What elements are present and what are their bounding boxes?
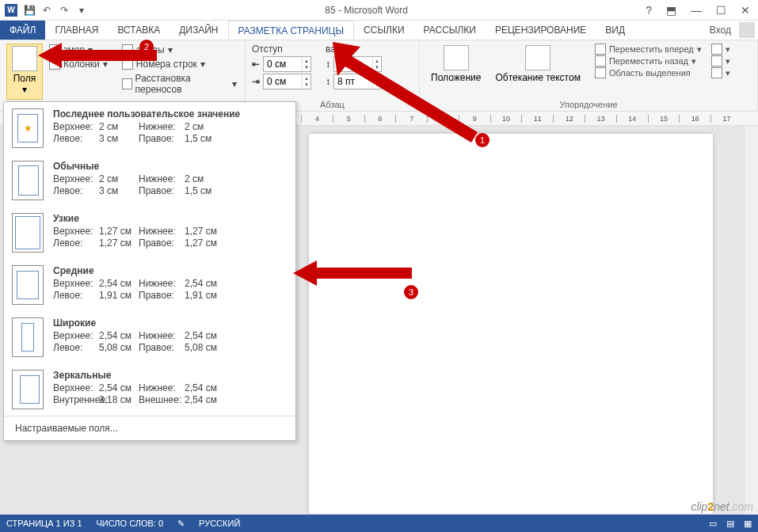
ruler-tick: 4 (301, 115, 333, 123)
help-icon[interactable]: ? (646, 4, 652, 17)
margins-preset-title: Узкие (53, 213, 288, 224)
send-backward-icon (595, 55, 606, 66)
margins-preset-item[interactable]: УзкиеВерхнее:1,27 смНижнее:1,27 смЛевое:… (4, 207, 295, 259)
annotation-arrow-3 (293, 257, 412, 289)
signin-link[interactable]: Вход (705, 21, 736, 40)
margins-preset-thumb (12, 161, 44, 200)
svg-marker-2 (293, 260, 412, 286)
rotate-icon (711, 67, 722, 78)
tab-references[interactable]: ССЫЛКИ (354, 21, 413, 40)
save-icon[interactable]: 💾 (24, 5, 35, 16)
ruler-tick: 17 (710, 115, 742, 123)
margins-preset-item[interactable]: СредниеВерхнее:2,54 смНижнее:2,54 смЛево… (4, 259, 295, 311)
redo-icon[interactable]: ↷ (59, 5, 70, 16)
align-icon (711, 44, 722, 55)
tab-page-layout[interactable]: РАЗМЕТКА СТРАНИЦЫ (228, 21, 355, 40)
margins-preset-thumb (12, 370, 44, 409)
tab-view[interactable]: ВИД (596, 21, 634, 40)
indent-header: Отступ (252, 44, 311, 55)
chevron-down-icon: ▾ (22, 84, 27, 95)
qat-more-icon[interactable]: ▾ (76, 5, 87, 16)
margins-preset-item[interactable]: ЗеркальныеВерхнее:2,54 смНижнее:2,54 смВ… (4, 363, 295, 416)
undo-icon[interactable]: ↶ (41, 5, 52, 16)
margins-icon (12, 46, 37, 71)
rotate-button[interactable]: ▾ (711, 67, 730, 78)
status-word-count[interactable]: ЧИСЛО СЛОВ: 0 (97, 519, 164, 528)
margins-preset-title: Последнее пользовательское значение (53, 108, 288, 120)
margins-preset-thumb (12, 213, 44, 253)
ruler-tick: 11 (521, 115, 553, 123)
tab-home[interactable]: ГЛАВНАЯ (45, 21, 108, 40)
group-button[interactable]: ▾ (711, 55, 730, 66)
selection-pane-button[interactable]: Область выделения (595, 67, 702, 78)
annotation-arrow-1 (333, 42, 483, 145)
tab-mailings[interactable]: РАССЫЛКИ (414, 21, 486, 40)
indent-left-icon: ⇤ (252, 59, 260, 70)
ruler-tick: 12 (553, 115, 585, 123)
ruler-tick: 15 (648, 115, 680, 123)
window-controls: ? ⬒ — ☐ ✕ (646, 4, 758, 17)
spacing-after-icon: ↕ (326, 76, 330, 87)
margins-preset-title: Обычные (53, 161, 288, 172)
ruler-tick: 10 (490, 115, 522, 123)
close-icon[interactable]: ✕ (741, 4, 750, 17)
minimize-icon[interactable]: — (691, 4, 702, 17)
align-button[interactable]: ▾ (711, 44, 730, 55)
margins-preset-item[interactable]: ОбычныеВерхнее:2 смНижнее:2 смЛевое:3 см… (4, 154, 295, 207)
vertical-scrollbar[interactable] (745, 126, 758, 515)
titlebar: W 💾 ↶ ↷ ▾ 85 - Microsoft Word ? ⬒ — ☐ ✕ (0, 0, 758, 21)
view-web-icon[interactable]: ▦ (744, 519, 752, 529)
window-title: 85 - Microsoft Word (87, 5, 646, 16)
spacing-before-icon: ↕ (326, 59, 330, 70)
margins-preset-thumb (12, 317, 44, 357)
view-read-icon[interactable]: ▭ (709, 519, 717, 529)
indent-right-spinner[interactable]: ⇥ ▲▼ (252, 74, 311, 89)
indent-right-value[interactable] (264, 76, 302, 87)
quick-access-toolbar: W 💾 ↶ ↷ ▾ (0, 4, 87, 17)
annotation-badge-1: 1 (475, 133, 489, 147)
tab-design[interactable]: ДИЗАЙН (170, 21, 227, 40)
word-app-icon: W (5, 4, 17, 17)
watermark: clip2net.com (691, 500, 753, 513)
ruler-tick: 14 (616, 115, 648, 123)
custom-margins-item[interactable]: Настраиваемые поля... (4, 416, 295, 440)
bring-forward-button[interactable]: Переместить вперед ▾ (595, 44, 702, 55)
hyphenation-icon (122, 78, 132, 89)
status-page[interactable]: СТРАНИЦА 1 ИЗ 1 (6, 519, 82, 528)
margins-label: Поля (13, 73, 36, 84)
tab-insert[interactable]: ВСТАВКА (108, 21, 170, 40)
bring-forward-icon (595, 44, 606, 55)
margins-preset-title: Средние (53, 265, 288, 276)
indent-left-spinner[interactable]: ⇤ ▲▼ (252, 56, 311, 72)
indent-left-value[interactable] (264, 59, 302, 70)
margins-preset-item[interactable]: Последнее пользовательское значениеВерхн… (4, 102, 295, 154)
margins-preset-thumb (12, 108, 44, 148)
svg-marker-1 (333, 42, 478, 142)
annotation-badge-2: 2 (139, 40, 154, 54)
margins-preset-title: Зеркальные (53, 370, 288, 381)
hyphenation-button[interactable]: Расстановка переносов ▾ (120, 72, 238, 96)
margins-dropdown: Последнее пользовательское значениеВерхн… (3, 101, 296, 441)
avatar-icon[interactable] (739, 22, 755, 38)
margins-preset-thumb (12, 265, 44, 305)
view-print-icon[interactable]: ▤ (726, 519, 734, 529)
wrap-text-icon (525, 45, 550, 70)
indent-right-icon: ⇥ (252, 76, 260, 87)
group-icon (711, 55, 722, 66)
selection-pane-icon (595, 67, 606, 78)
status-language[interactable]: РУССКИЙ (199, 519, 240, 528)
maximize-icon[interactable]: ☐ (716, 4, 726, 17)
ruler-tick: 13 (585, 115, 616, 123)
tab-file[interactable]: ФАЙЛ (0, 21, 45, 40)
ribbon-collapse-icon[interactable]: ⬒ (666, 4, 676, 17)
tab-review[interactable]: РЕЦЕНЗИРОВАНИЕ (486, 21, 596, 40)
margins-preset-item[interactable]: ШирокиеВерхнее:2,54 смНижнее:2,54 смЛево… (4, 311, 295, 363)
status-bar: СТРАНИЦА 1 ИЗ 1 ЧИСЛО СЛОВ: 0 ✎ РУССКИЙ … (0, 515, 758, 532)
send-backward-button[interactable]: Переместить назад ▾ (595, 55, 702, 66)
margins-preset-title: Широкие (53, 317, 288, 329)
wrap-text-button[interactable]: Обтекание текстом (490, 44, 585, 100)
annotation-badge-3: 3 (404, 285, 418, 299)
status-proofing-icon[interactable]: ✎ (177, 519, 185, 529)
document-page[interactable] (309, 134, 713, 514)
ruler-tick: 16 (679, 115, 710, 123)
